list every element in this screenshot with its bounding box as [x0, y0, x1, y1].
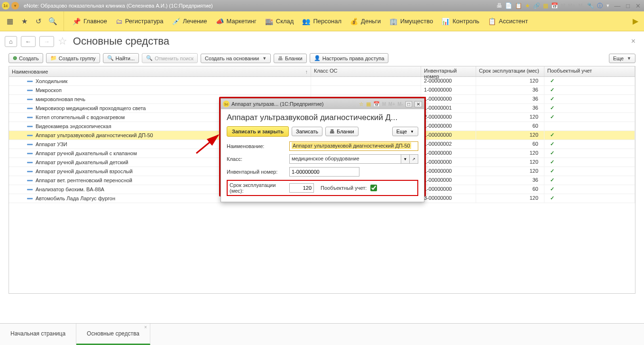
menu-main[interactable]: 📌Главное	[73, 18, 107, 25]
favorite-star-icon[interactable]: ☆	[58, 35, 67, 47]
menu-marketing[interactable]: 📣Маркетинг	[216, 18, 257, 25]
mem-mminus-icon[interactable]: M-	[578, 3, 584, 9]
maximize-icon[interactable]: □	[625, 2, 631, 9]
marketing-icon: 📣	[216, 18, 224, 25]
cell-object-accounting: ✓	[544, 194, 635, 203]
history-icon[interactable]: ↺	[34, 17, 43, 26]
close-icon[interactable]: ✕	[634, 2, 642, 9]
object-accounting-checkbox[interactable]	[370, 185, 377, 191]
calc-icon[interactable]: ▦	[543, 2, 548, 9]
cell-name: Холодильник	[36, 78, 67, 84]
info-icon[interactable]: ⓘ	[597, 2, 603, 10]
cell-lifetime: 120	[476, 113, 544, 121]
dialog-m-icon[interactable]: M	[382, 102, 386, 107]
more-button[interactable]: Еще▼	[609, 54, 635, 63]
cell-inventory: 1-00000000	[421, 86, 476, 94]
blanks-button[interactable]: 🖶Бланки	[274, 54, 307, 63]
dialog-close-icon[interactable]: ✕	[414, 101, 422, 107]
menu-money[interactable]: 💰Деньги	[350, 18, 381, 25]
save-and-close-button[interactable]: Записать и закрыть	[227, 126, 289, 137]
dialog-mminus-icon[interactable]: M-	[397, 102, 403, 107]
tab-fixed-assets[interactable]: Основные средства×	[76, 324, 150, 345]
page-toolbar: ⊕Создать 📁Создать группу 🔍Найти... 🔍Отме…	[0, 51, 644, 65]
class-open-button[interactable]: ↗	[410, 154, 418, 164]
save-button[interactable]: Записать	[292, 127, 322, 136]
col-lifetime[interactable]: Срок эксплуатации (мес)	[476, 66, 544, 76]
table-row[interactable]: Микроскоп1-0000000036✓	[9, 86, 635, 95]
cell-name: Аппарат ручной дыхательный детский	[36, 159, 128, 165]
dialog-more-button[interactable]: Еще▼	[392, 127, 418, 136]
link-icon[interactable]: 🔗	[533, 2, 540, 9]
dialog-calendar-icon[interactable]: 📅	[373, 101, 380, 107]
minimize-icon[interactable]: —	[613, 2, 622, 9]
cell-lifetime: 36	[476, 86, 544, 94]
menu-more-arrow-icon[interactable]: ▶	[633, 17, 638, 26]
cell-lifetime: 36	[476, 176, 544, 185]
cell-name: Аппарат УЗИ	[36, 141, 67, 147]
titlebar-dropdown-icon[interactable]: ▼	[11, 2, 19, 9]
col-class[interactable]: Класс ОС	[311, 66, 421, 76]
find-button[interactable]: 🔍Найти...	[103, 53, 139, 63]
back-button[interactable]: ←	[21, 36, 36, 47]
dialog-maximize-icon[interactable]: □	[405, 101, 412, 107]
favorites-star-icon[interactable]: ★	[20, 17, 28, 26]
page-title: Основные средства	[73, 35, 169, 47]
menu-treatment[interactable]: 💉Лечение	[172, 18, 207, 25]
mem-mplus-icon[interactable]: M+	[568, 3, 576, 9]
home-button[interactable]: ⌂	[5, 36, 17, 47]
col-object-accounting[interactable]: Пообъектный учет	[544, 66, 635, 76]
dialog-blanks-button[interactable]: 🖶Бланки	[325, 127, 359, 136]
item-icon	[27, 198, 33, 199]
assets-icon: 🏢	[389, 18, 397, 25]
name-input[interactable]: Аппарат ультразвуковой диагностический Д…	[289, 141, 418, 151]
create-group-button[interactable]: 📁Создать группу	[46, 53, 100, 63]
col-name[interactable]: Наименование↑	[9, 66, 311, 76]
apps-grid-icon[interactable]: ▦	[6, 17, 14, 26]
class-select[interactable]: медицинское оборудование	[289, 154, 401, 164]
cell-name: Котел отопительный с водонагревом	[36, 114, 125, 120]
object-accounting-label: Пообъектный учет:	[321, 185, 367, 191]
menu-control[interactable]: 📊Контроль	[442, 18, 479, 25]
item-icon	[27, 135, 33, 136]
col-inventory[interactable]: Инвентарный номер	[421, 66, 476, 76]
doc-icon[interactable]: 📄	[505, 2, 512, 9]
page-close-icon[interactable]: ×	[631, 37, 639, 46]
menu-registry[interactable]: 🗂Регистратура	[116, 18, 164, 25]
annotation-field-highlight: Срок эксплуатации (мес): Пообъектный уче…	[227, 180, 418, 196]
item-icon	[27, 153, 33, 154]
create-based-button[interactable]: Создать на основании▼	[201, 54, 271, 63]
cell-name: Автомобиль Лада Ларгус фургон	[36, 196, 115, 201]
table-row[interactable]: Холодильник2-00000000120✓	[9, 77, 635, 86]
name-label: Наименование:	[227, 143, 289, 149]
cell-object-accounting: ✓	[544, 104, 635, 112]
dialog-mplus-icon[interactable]: M+	[388, 102, 395, 107]
menu-personnel[interactable]: 👥Персонал	[302, 18, 341, 25]
cell-object-accounting: ✓	[544, 140, 635, 149]
menu-assistant[interactable]: 📋Ассистент	[488, 18, 528, 25]
item-icon	[27, 162, 33, 163]
calendar-icon[interactable]: 📅	[551, 2, 558, 9]
menu-assets[interactable]: 🏢Имущество	[389, 18, 433, 25]
wrench-icon[interactable]: 🔧	[587, 2, 594, 9]
create-button[interactable]: ⊕Создать	[9, 53, 43, 63]
mem-m-icon[interactable]: M	[561, 3, 565, 9]
lifetime-input[interactable]	[289, 183, 314, 193]
cell-inventory: 1-00000000	[421, 122, 476, 131]
menu-warehouse[interactable]: 🏬Склад	[265, 18, 294, 25]
cancel-search-button[interactable]: 🔍Отменить поиск	[142, 53, 198, 63]
permissions-button[interactable]: 👤Настроить права доступа	[310, 53, 389, 63]
clipboard-icon[interactable]: 📋	[515, 2, 522, 9]
tab-start-page[interactable]: Начальная страница	[0, 324, 76, 345]
inventory-input[interactable]	[289, 167, 359, 177]
star-icon[interactable]: ★	[525, 2, 530, 9]
dialog-calc-icon[interactable]: ▦	[366, 101, 371, 107]
dropdown-icon[interactable]: ▼	[606, 3, 610, 8]
class-dropdown-button[interactable]: ▼	[401, 154, 410, 164]
tab-close-icon[interactable]: ×	[144, 325, 147, 330]
cell-lifetime: 120	[476, 131, 544, 140]
treatment-icon: 💉	[172, 18, 180, 25]
search-icon[interactable]: 🔍	[48, 17, 57, 26]
forward-button[interactable]: →	[39, 36, 54, 47]
print-icon[interactable]: 🖶	[497, 2, 502, 9]
dialog-star-icon[interactable]: ☆	[359, 101, 364, 107]
